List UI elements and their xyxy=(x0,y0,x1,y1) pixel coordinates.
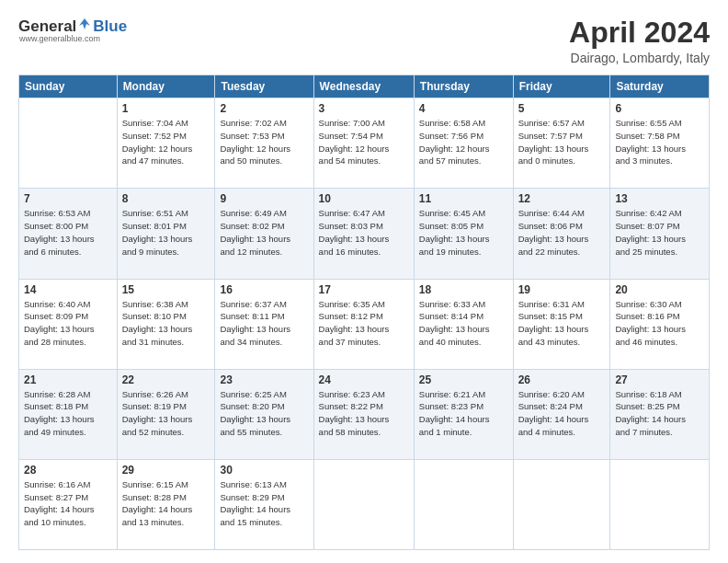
calendar-cell: 18Sunrise: 6:33 AM Sunset: 8:14 PM Dayli… xyxy=(414,279,513,369)
day-number: 8 xyxy=(122,192,210,205)
calendar-cell xyxy=(313,459,414,549)
day-info: Sunrise: 6:47 AM Sunset: 8:03 PM Dayligh… xyxy=(319,207,409,258)
calendar-cell: 21Sunrise: 6:28 AM Sunset: 8:18 PM Dayli… xyxy=(19,369,118,459)
day-number: 11 xyxy=(419,192,508,205)
day-info: Sunrise: 6:49 AM Sunset: 8:02 PM Dayligh… xyxy=(220,207,308,258)
month-title: April 2024 xyxy=(569,17,710,49)
week-row-5: 28Sunrise: 6:16 AM Sunset: 8:27 PM Dayli… xyxy=(19,459,710,549)
calendar-cell: 25Sunrise: 6:21 AM Sunset: 8:23 PM Dayli… xyxy=(414,369,513,459)
calendar-cell: 2Sunrise: 7:02 AM Sunset: 7:53 PM Daylig… xyxy=(215,98,313,189)
day-number: 14 xyxy=(24,283,112,296)
day-info: Sunrise: 6:18 AM Sunset: 8:25 PM Dayligh… xyxy=(615,388,704,439)
day-info: Sunrise: 6:40 AM Sunset: 8:09 PM Dayligh… xyxy=(24,298,112,349)
calendar-cell: 29Sunrise: 6:15 AM Sunset: 8:28 PM Dayli… xyxy=(117,459,215,549)
day-number: 13 xyxy=(615,192,704,205)
day-info: Sunrise: 6:38 AM Sunset: 8:10 PM Dayligh… xyxy=(122,298,210,349)
calendar-cell: 13Sunrise: 6:42 AM Sunset: 8:07 PM Dayli… xyxy=(610,189,710,279)
day-number: 25 xyxy=(419,373,508,386)
calendar-cell: 4Sunrise: 6:58 AM Sunset: 7:56 PM Daylig… xyxy=(414,98,513,189)
weekday-header-sunday: Sunday xyxy=(19,75,118,98)
day-info: Sunrise: 6:58 AM Sunset: 7:56 PM Dayligh… xyxy=(419,117,508,167)
calendar-cell: 28Sunrise: 6:16 AM Sunset: 8:27 PM Dayli… xyxy=(19,459,118,549)
calendar-cell: 9Sunrise: 6:49 AM Sunset: 8:02 PM Daylig… xyxy=(215,189,313,279)
calendar-cell: 5Sunrise: 6:57 AM Sunset: 7:57 PM Daylig… xyxy=(513,98,610,189)
day-info: Sunrise: 6:16 AM Sunset: 8:27 PM Dayligh… xyxy=(24,478,112,529)
weekday-header-row: SundayMondayTuesdayWednesdayThursdayFrid… xyxy=(19,75,710,98)
day-number: 15 xyxy=(122,283,210,296)
weekday-header-tuesday: Tuesday xyxy=(215,75,313,98)
day-info: Sunrise: 6:30 AM Sunset: 8:16 PM Dayligh… xyxy=(615,298,704,349)
day-info: Sunrise: 6:51 AM Sunset: 8:01 PM Dayligh… xyxy=(122,207,210,258)
weekday-header-friday: Friday xyxy=(513,75,610,98)
day-number: 27 xyxy=(615,373,704,386)
day-number: 29 xyxy=(122,464,210,477)
day-info: Sunrise: 6:55 AM Sunset: 7:58 PM Dayligh… xyxy=(615,117,704,167)
calendar-cell: 6Sunrise: 6:55 AM Sunset: 7:58 PM Daylig… xyxy=(610,98,710,189)
day-info: Sunrise: 6:45 AM Sunset: 8:05 PM Dayligh… xyxy=(419,207,508,258)
calendar-cell xyxy=(513,459,610,549)
calendar-cell: 12Sunrise: 6:44 AM Sunset: 8:06 PM Dayli… xyxy=(513,189,610,279)
logo-tagline: www.generalblue.com xyxy=(19,34,100,43)
day-number: 30 xyxy=(220,464,308,477)
title-block: April 2024 Dairago, Lombardy, Italy xyxy=(569,17,710,65)
day-info: Sunrise: 7:00 AM Sunset: 7:54 PM Dayligh… xyxy=(319,117,409,167)
calendar-cell xyxy=(414,459,513,549)
calendar-cell: 20Sunrise: 6:30 AM Sunset: 8:16 PM Dayli… xyxy=(610,279,710,369)
day-number: 21 xyxy=(24,373,112,386)
day-number: 5 xyxy=(518,102,606,115)
calendar-cell: 15Sunrise: 6:38 AM Sunset: 8:10 PM Dayli… xyxy=(117,279,215,369)
day-number: 7 xyxy=(24,192,112,205)
weekday-header-wednesday: Wednesday xyxy=(313,75,414,98)
header: General Blue www.generalblue.com April 2… xyxy=(18,17,710,65)
calendar-cell: 8Sunrise: 6:51 AM Sunset: 8:01 PM Daylig… xyxy=(117,189,215,279)
calendar-cell: 24Sunrise: 6:23 AM Sunset: 8:22 PM Dayli… xyxy=(313,369,414,459)
svg-marker-0 xyxy=(79,18,90,29)
calendar-cell: 23Sunrise: 6:25 AM Sunset: 8:20 PM Dayli… xyxy=(215,369,313,459)
calendar-cell: 14Sunrise: 6:40 AM Sunset: 8:09 PM Dayli… xyxy=(19,279,118,369)
day-info: Sunrise: 6:31 AM Sunset: 8:15 PM Dayligh… xyxy=(518,298,606,349)
weekday-header-thursday: Thursday xyxy=(414,75,513,98)
calendar-cell: 1Sunrise: 7:04 AM Sunset: 7:52 PM Daylig… xyxy=(117,98,215,189)
day-number: 20 xyxy=(615,283,704,296)
day-info: Sunrise: 6:13 AM Sunset: 8:29 PM Dayligh… xyxy=(220,478,308,529)
day-info: Sunrise: 6:28 AM Sunset: 8:18 PM Dayligh… xyxy=(24,388,112,439)
calendar-cell: 22Sunrise: 6:26 AM Sunset: 8:19 PM Dayli… xyxy=(117,369,215,459)
day-number: 1 xyxy=(122,102,210,115)
day-number: 16 xyxy=(220,283,308,296)
day-info: Sunrise: 6:25 AM Sunset: 8:20 PM Dayligh… xyxy=(220,388,308,439)
day-info: Sunrise: 6:21 AM Sunset: 8:23 PM Dayligh… xyxy=(419,388,508,439)
day-number: 18 xyxy=(419,283,508,296)
day-info: Sunrise: 6:42 AM Sunset: 8:07 PM Dayligh… xyxy=(615,207,704,258)
week-row-2: 7Sunrise: 6:53 AM Sunset: 8:00 PM Daylig… xyxy=(19,189,710,279)
week-row-4: 21Sunrise: 6:28 AM Sunset: 8:18 PM Dayli… xyxy=(19,369,710,459)
day-info: Sunrise: 6:20 AM Sunset: 8:24 PM Dayligh… xyxy=(518,388,606,439)
calendar-cell: 16Sunrise: 6:37 AM Sunset: 8:11 PM Dayli… xyxy=(215,279,313,369)
day-info: Sunrise: 7:02 AM Sunset: 7:53 PM Dayligh… xyxy=(220,117,308,167)
calendar-cell: 19Sunrise: 6:31 AM Sunset: 8:15 PM Dayli… xyxy=(513,279,610,369)
day-info: Sunrise: 6:35 AM Sunset: 8:12 PM Dayligh… xyxy=(319,298,409,349)
day-number: 6 xyxy=(615,102,704,115)
day-number: 4 xyxy=(419,102,508,115)
calendar-cell xyxy=(19,98,118,189)
calendar-cell: 3Sunrise: 7:00 AM Sunset: 7:54 PM Daylig… xyxy=(313,98,414,189)
day-number: 2 xyxy=(220,102,308,115)
logo-bird-icon xyxy=(77,17,92,31)
day-info: Sunrise: 6:53 AM Sunset: 8:00 PM Dayligh… xyxy=(24,207,112,258)
day-number: 28 xyxy=(24,464,112,477)
logo: General Blue www.generalblue.com xyxy=(18,17,127,43)
day-number: 3 xyxy=(319,102,409,115)
weekday-header-monday: Monday xyxy=(117,75,215,98)
day-info: Sunrise: 6:57 AM Sunset: 7:57 PM Dayligh… xyxy=(518,117,606,167)
day-info: Sunrise: 7:04 AM Sunset: 7:52 PM Dayligh… xyxy=(122,117,210,167)
logo-general: General xyxy=(18,17,76,36)
day-number: 19 xyxy=(518,283,606,296)
calendar-cell: 7Sunrise: 6:53 AM Sunset: 8:00 PM Daylig… xyxy=(19,189,118,279)
location-title: Dairago, Lombardy, Italy xyxy=(569,51,710,65)
day-number: 17 xyxy=(319,283,409,296)
day-info: Sunrise: 6:23 AM Sunset: 8:22 PM Dayligh… xyxy=(319,388,409,439)
calendar-cell: 11Sunrise: 6:45 AM Sunset: 8:05 PM Dayli… xyxy=(414,189,513,279)
day-number: 23 xyxy=(220,373,308,386)
logo-text: General Blue xyxy=(18,17,127,36)
day-info: Sunrise: 6:26 AM Sunset: 8:19 PM Dayligh… xyxy=(122,388,210,439)
calendar-cell: 17Sunrise: 6:35 AM Sunset: 8:12 PM Dayli… xyxy=(313,279,414,369)
